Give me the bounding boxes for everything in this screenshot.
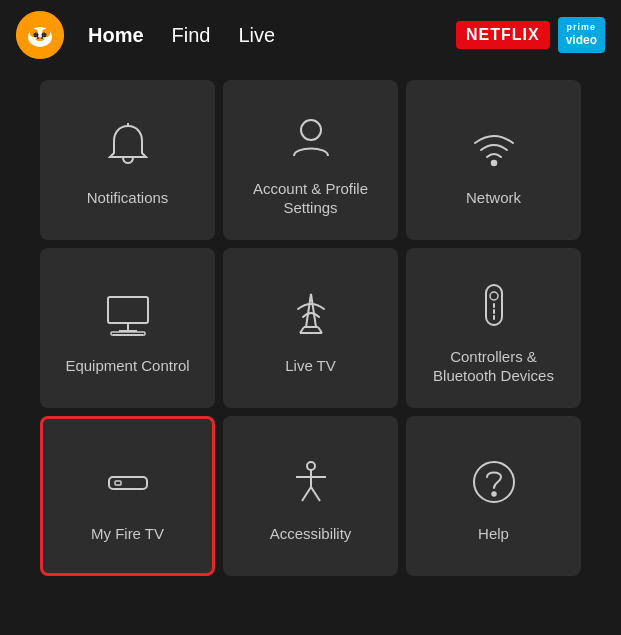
firestick-icon: [98, 452, 158, 512]
header-right: NETFLIX prime video: [456, 17, 605, 52]
grid-item-controllers[interactable]: Controllers & Bluetooth Devices: [406, 248, 581, 408]
settings-grid: Notifications Account & Profile Settings…: [0, 70, 621, 586]
svg-rect-18: [111, 332, 145, 335]
avatar[interactable]: [16, 11, 64, 59]
nav-links: Home Find Live: [88, 24, 432, 47]
svg-point-13: [491, 161, 496, 166]
equipment-control-label: Equipment Control: [65, 356, 189, 376]
grid-item-equipment-control[interactable]: Equipment Control: [40, 248, 215, 408]
bell-icon: [98, 116, 158, 176]
grid-item-help[interactable]: Help: [406, 416, 581, 576]
svg-rect-30: [115, 481, 121, 485]
grid-item-account-profile[interactable]: Account & Profile Settings: [223, 80, 398, 240]
svg-point-7: [42, 33, 47, 38]
accessibility-icon: [281, 452, 341, 512]
network-label: Network: [466, 188, 521, 208]
header: Home Find Live NETFLIX prime video: [0, 0, 621, 70]
grid-item-live-tv[interactable]: Live TV: [223, 248, 398, 408]
grid-item-notifications[interactable]: Notifications: [40, 80, 215, 240]
prime-text: prime: [567, 22, 597, 33]
notifications-label: Notifications: [87, 188, 169, 208]
svg-point-9: [37, 37, 39, 39]
svg-rect-14: [108, 297, 148, 323]
account-profile-label: Account & Profile Settings: [235, 179, 386, 218]
nav-home[interactable]: Home: [88, 24, 144, 47]
help-label: Help: [478, 524, 509, 544]
video-text: video: [566, 33, 597, 47]
svg-point-31: [307, 462, 315, 470]
my-fire-tv-label: My Fire TV: [91, 524, 164, 544]
nav-find[interactable]: Find: [172, 24, 211, 47]
svg-point-37: [492, 492, 496, 496]
grid-item-accessibility[interactable]: Accessibility: [223, 416, 398, 576]
svg-point-25: [490, 292, 498, 300]
monitor-icon: [98, 284, 158, 344]
live-tv-label: Live TV: [285, 356, 336, 376]
svg-point-6: [34, 33, 39, 38]
svg-line-34: [302, 487, 311, 501]
wifi-icon: [464, 116, 524, 176]
grid-item-network[interactable]: Network: [406, 80, 581, 240]
nav-live[interactable]: Live: [238, 24, 275, 47]
svg-point-12: [301, 120, 321, 140]
svg-point-10: [41, 37, 43, 39]
grid-item-my-fire-tv[interactable]: My Fire TV: [40, 416, 215, 576]
prime-video-button[interactable]: prime video: [558, 17, 605, 52]
remote-icon: [464, 275, 524, 335]
svg-marker-19: [306, 294, 316, 327]
accessibility-label: Accessibility: [270, 524, 352, 544]
antenna-icon: [281, 284, 341, 344]
person-icon: [281, 107, 341, 167]
svg-line-35: [311, 487, 320, 501]
controllers-label: Controllers & Bluetooth Devices: [418, 347, 569, 386]
question-icon: [464, 452, 524, 512]
netflix-button[interactable]: NETFLIX: [456, 21, 550, 49]
